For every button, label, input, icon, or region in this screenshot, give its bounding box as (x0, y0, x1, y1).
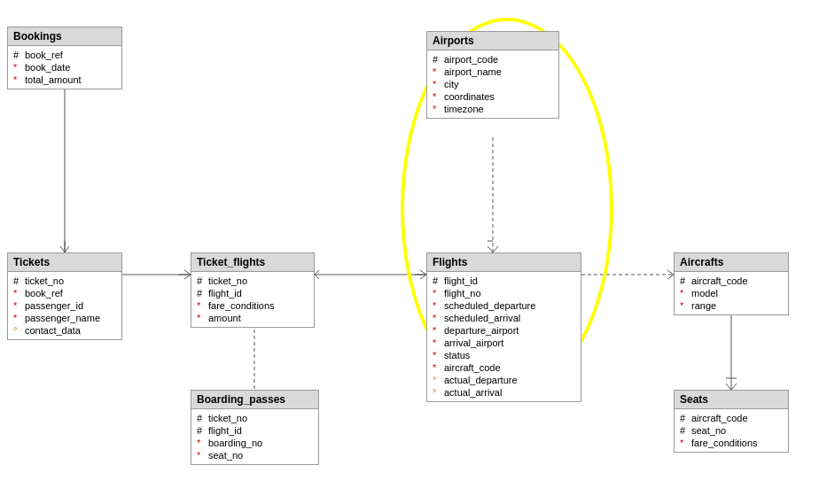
field-prefix: * (433, 350, 441, 361)
field-prefix: * (433, 91, 441, 102)
field-prefix: * (197, 313, 206, 323)
field-prefix: * (197, 438, 206, 448)
field-row: #ticket_no (197, 275, 308, 287)
svg-line-1 (60, 246, 65, 252)
field-name: airport_code (444, 54, 498, 65)
field-name: ticket_no (208, 275, 247, 286)
entity-ticket_flights: Ticket_flights#ticket_no#flight_id*fare_… (191, 252, 315, 328)
field-name: seat_no (208, 450, 243, 461)
svg-line-24 (731, 384, 737, 390)
field-row: *airport_name (433, 66, 553, 78)
field-name: aircraft_code (691, 413, 748, 423)
field-name: actual_departure (444, 375, 518, 385)
field-row: *fare_conditions (680, 437, 783, 449)
field-name: city (444, 79, 459, 89)
entity-body-seats: #aircraft_code#seat_no*fare_conditions (675, 409, 788, 452)
field-name: flight_no (444, 288, 481, 299)
field-prefix: # (433, 54, 441, 65)
svg-line-21 (667, 275, 674, 279)
svg-line-23 (726, 384, 731, 390)
entity-flights: Flights#flight_id*flight_no*scheduled_de… (426, 252, 581, 402)
field-name: status (444, 350, 470, 361)
field-row: *seat_no (197, 449, 313, 461)
field-prefix: # (197, 413, 206, 423)
svg-line-6 (184, 275, 191, 279)
field-row: #aircraft_code (680, 412, 783, 424)
entity-body-bookings: #book_ref*book_date*total_amount (8, 46, 121, 89)
field-row: #ticket_no (13, 275, 116, 287)
field-prefix: * (680, 288, 689, 299)
field-name: contact_data (25, 325, 81, 336)
field-prefix: * (433, 313, 441, 323)
entity-body-flights: #flight_id*flight_no*scheduled_departure… (427, 272, 581, 401)
field-prefix: # (197, 425, 206, 436)
field-name: book_date (25, 62, 70, 73)
field-name: book_ref (25, 50, 63, 60)
field-prefix: # (680, 275, 689, 286)
field-row: *boarding_no (197, 437, 313, 449)
entity-header-flights: Flights (427, 253, 581, 272)
field-row: *flight_no (433, 287, 575, 299)
entity-header-aircrafts: Aircrafts (675, 253, 788, 272)
field-name: model (691, 288, 718, 299)
field-row: °contact_data (13, 324, 116, 337)
field-row: *passenger_id (13, 299, 116, 312)
field-name: passenger_id (25, 300, 83, 311)
svg-line-13 (315, 275, 319, 279)
field-row: *scheduled_departure (433, 299, 575, 312)
entity-bookings: Bookings#book_ref*book_date*total_amount (7, 27, 122, 89)
field-prefix: * (13, 74, 22, 85)
field-prefix: * (433, 325, 441, 336)
entity-header-ticket_flights: Ticket_flights (191, 253, 314, 272)
field-prefix: * (680, 300, 689, 311)
field-name: ticket_no (208, 413, 247, 423)
field-prefix: * (433, 337, 441, 348)
field-prefix: * (433, 288, 441, 299)
entity-header-bookings: Bookings (8, 27, 121, 46)
svg-line-16 (488, 246, 493, 252)
entity-seats: Seats#aircraft_code#seat_no*fare_conditi… (674, 390, 789, 453)
field-prefix: # (680, 425, 689, 436)
field-prefix: ° (433, 375, 441, 385)
svg-line-17 (493, 246, 498, 252)
field-row: *book_date (13, 61, 116, 74)
field-prefix: ° (433, 387, 441, 398)
field-name: arrival_airport (444, 337, 503, 348)
svg-line-20 (667, 270, 674, 275)
field-name: departure_airport (444, 325, 519, 336)
entity-header-tickets: Tickets (8, 253, 121, 272)
field-prefix: * (13, 313, 22, 323)
entity-body-aircrafts: #aircraft_code*model*range (675, 272, 788, 314)
field-prefix: * (433, 362, 441, 373)
field-name: timezone (444, 104, 484, 114)
entity-boarding_passes: Boarding_passes#ticket_no#flight_id*boar… (191, 390, 319, 465)
field-row: *book_ref (13, 287, 116, 299)
field-prefix: # (197, 288, 206, 299)
field-row: °actual_arrival (433, 386, 575, 399)
field-row: *scheduled_arrival (433, 312, 575, 324)
field-row: #book_ref (13, 49, 116, 61)
field-name: ticket_no (25, 275, 64, 286)
field-prefix: # (680, 413, 689, 423)
field-name: flight_id (444, 275, 478, 286)
field-row: #flight_id (197, 424, 313, 437)
field-name: flight_id (208, 288, 242, 299)
field-prefix: # (197, 275, 206, 286)
field-prefix: * (197, 450, 206, 461)
field-name: coordinates (444, 91, 495, 102)
field-row: *amount (197, 312, 308, 324)
field-prefix: * (433, 79, 441, 89)
entity-body-boarding_passes: #ticket_no#flight_id*boarding_no*seat_no (191, 409, 318, 464)
entity-body-ticket_flights: #ticket_no#flight_id*fare_conditions*amo… (191, 272, 314, 327)
field-row: °actual_departure (433, 374, 575, 386)
field-prefix: # (13, 50, 22, 60)
field-prefix: * (433, 104, 441, 114)
field-prefix: * (13, 288, 22, 299)
field-name: amount (208, 313, 241, 323)
field-row: *status (433, 349, 575, 361)
field-row: #airport_code (433, 53, 553, 66)
field-name: scheduled_arrival (444, 313, 520, 323)
field-row: *total_amount (13, 74, 116, 86)
field-name: aircraft_code (691, 275, 748, 286)
field-row: #flight_id (197, 287, 308, 299)
